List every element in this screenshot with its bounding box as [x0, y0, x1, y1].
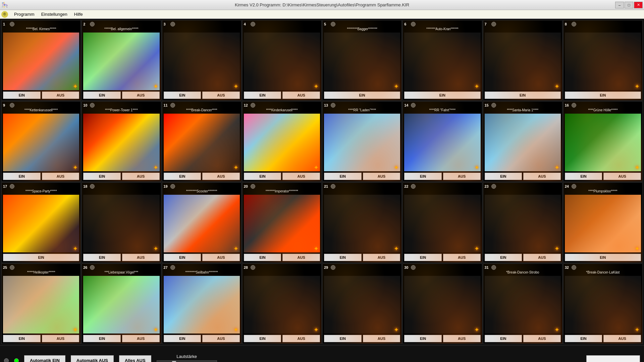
btn-ein-2[interactable]: EIN — [83, 92, 121, 99]
minimize-button[interactable]: – — [615, 2, 624, 8]
card-number-22: 22 — [404, 184, 410, 188]
menu-einstellungen[interactable]: Einstellungen — [39, 11, 70, 17]
channel-card-25: 25*****Helikopter*****EINAUS — [1, 263, 81, 344]
btn-ein-13[interactable]: EIN — [324, 173, 362, 180]
btn-ein-26[interactable]: EIN — [83, 335, 121, 342]
btn-ein-20[interactable]: EIN — [244, 254, 281, 261]
btn-ein-21[interactable]: EIN — [324, 254, 362, 261]
btn-aus-25[interactable]: AUS — [42, 335, 79, 342]
btn-ein-29[interactable]: EIN — [324, 335, 362, 342]
btn-aus-2[interactable]: AUS — [122, 92, 160, 99]
btn-aus-3[interactable]: AUS — [202, 92, 240, 99]
channel-card-27: 27********Seilbahn*******EINAUS — [162, 263, 241, 344]
btn-ein-9[interactable]: EIN — [3, 173, 41, 180]
card-buttons-5: EIN — [324, 92, 400, 99]
btn-aus-11[interactable]: AUS — [202, 173, 240, 180]
btn-aus-18[interactable]: AUS — [122, 254, 160, 261]
volume-slider[interactable]: ◀ ▶ — [157, 360, 217, 362]
btn-aus-32[interactable]: AUS — [603, 335, 641, 342]
btn-ein-15[interactable]: EIN — [485, 173, 522, 180]
btn-ein-16[interactable]: EIN — [565, 173, 602, 180]
btn-aus-23[interactable]: AUS — [523, 254, 561, 261]
btn-ein-30[interactable]: EIN — [404, 335, 442, 342]
app-icon: 🎠 — [1, 2, 8, 8]
btn-ein-32[interactable]: EIN — [565, 335, 602, 342]
btn-ein-8[interactable]: EIN — [565, 92, 641, 99]
card-buttons-2: EINAUS — [83, 92, 159, 99]
card-indicator-15 — [491, 103, 496, 108]
card-title-31: *Break-Dancer-Strobo — [485, 270, 561, 275]
btn-aus-10[interactable]: AUS — [122, 173, 160, 180]
btn-ein-1[interactable]: EIN — [3, 92, 41, 99]
card-number-14: 14 — [404, 103, 410, 107]
btn-ein-14[interactable]: EIN — [404, 173, 442, 180]
card-header-11: 11 — [164, 103, 240, 108]
btn-ein-25[interactable]: EIN — [3, 335, 41, 342]
channel-card-28: 28EINAUS — [242, 263, 322, 344]
btn-aus-1[interactable]: AUS — [42, 92, 79, 99]
btn-aus-27[interactable]: AUS — [202, 335, 240, 342]
btn-ein-27[interactable]: EIN — [164, 335, 201, 342]
btn-aus-15[interactable]: AUS — [523, 173, 561, 180]
alles-aus-button[interactable]: Alles AUS — [119, 355, 151, 362]
close-button[interactable]: ✕ — [634, 2, 643, 8]
card-title-1: *****Bel. Kirmes***** — [3, 27, 79, 32]
btn-ein-18[interactable]: EIN — [83, 254, 121, 261]
btn-ein-5[interactable]: EIN — [324, 92, 400, 99]
menu-programm[interactable]: Programm — [11, 11, 37, 17]
card-header-24: 24 — [565, 184, 641, 189]
card-number-23: 23 — [485, 184, 490, 188]
btn-aus-9[interactable]: AUS — [42, 173, 79, 180]
btn-ein-23[interactable]: EIN — [485, 254, 522, 261]
btn-ein-24[interactable]: EIN — [565, 254, 641, 261]
card-indicator-28 — [251, 265, 255, 270]
btn-aus-28[interactable]: AUS — [282, 335, 320, 342]
auto-aus-button[interactable]: Automatik AUS — [71, 355, 114, 362]
card-image-15 — [485, 114, 561, 171]
title-controls: – □ ✕ — [615, 2, 643, 8]
card-title-11: ****Break-Dancer**** — [164, 108, 240, 113]
btn-ein-17[interactable]: EIN — [3, 254, 79, 261]
auto-ein-button[interactable]: Automatik EIN — [24, 355, 65, 362]
card-image-22 — [404, 195, 480, 252]
btn-ein-4[interactable]: EIN — [244, 92, 281, 99]
btn-aus-22[interactable]: AUS — [443, 254, 481, 261]
card-image-9 — [3, 114, 79, 171]
card-indicator-12 — [251, 103, 255, 108]
maximize-button[interactable]: □ — [625, 2, 633, 8]
btn-aus-14[interactable]: AUS — [443, 173, 481, 180]
card-indicator-10 — [90, 103, 95, 108]
btn-aus-29[interactable]: AUS — [363, 335, 400, 342]
card-title-24: ****Plumpskloo***** — [565, 189, 641, 194]
btn-ein-7[interactable]: EIN — [485, 92, 561, 99]
card-title-3 — [164, 27, 240, 32]
btn-aus-16[interactable]: AUS — [603, 173, 641, 180]
menu-hilfe[interactable]: Hilfe — [71, 11, 86, 17]
btn-ein-12[interactable]: EIN — [244, 173, 281, 180]
card-header-1: 1 — [3, 22, 79, 26]
btn-ein-31[interactable]: EIN — [485, 335, 522, 342]
app-menu-icon: © — [1, 11, 8, 18]
btn-aus-26[interactable]: AUS — [122, 335, 160, 342]
btn-ein-19[interactable]: EIN — [164, 254, 201, 261]
btn-aus-20[interactable]: AUS — [282, 254, 320, 261]
btn-ein-6[interactable]: EIN — [404, 92, 480, 99]
btn-ein-11[interactable]: EIN — [164, 173, 201, 180]
btn-aus-19[interactable]: AUS — [202, 254, 240, 261]
card-buttons-13: EINAUS — [324, 173, 400, 180]
btn-aus-31[interactable]: AUS — [523, 335, 561, 342]
card-buttons-21: EINAUS — [324, 254, 400, 261]
card-number-30: 30 — [404, 265, 410, 269]
card-number-19: 19 — [164, 184, 169, 188]
btn-aus-21[interactable]: AUS — [363, 254, 400, 261]
btn-aus-30[interactable]: AUS — [443, 335, 481, 342]
blank-button[interactable] — [586, 355, 640, 362]
btn-ein-28[interactable]: EIN — [244, 335, 281, 342]
btn-ein-22[interactable]: EIN — [404, 254, 442, 261]
btn-ein-10[interactable]: EIN — [83, 173, 121, 180]
btn-aus-12[interactable]: AUS — [282, 173, 320, 180]
btn-ein-3[interactable]: EIN — [164, 92, 201, 99]
card-indicator-2 — [90, 22, 95, 26]
btn-aus-4[interactable]: AUS — [282, 92, 320, 99]
btn-aus-13[interactable]: AUS — [363, 173, 400, 180]
